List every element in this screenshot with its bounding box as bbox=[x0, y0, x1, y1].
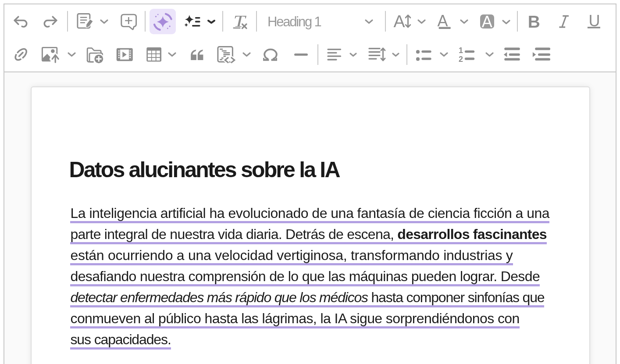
svg-text:A: A bbox=[394, 12, 405, 31]
svg-text:1: 1 bbox=[459, 46, 463, 55]
svg-text:2: 2 bbox=[459, 55, 463, 64]
svg-text:B: B bbox=[528, 12, 540, 31]
svg-text:A: A bbox=[482, 13, 492, 31]
